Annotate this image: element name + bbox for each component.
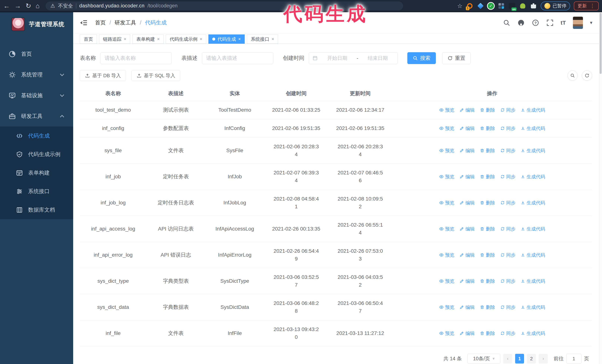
sync-link[interactable]: 同步 xyxy=(500,199,516,207)
sidebar-item-system-api[interactable]: 系统接口 xyxy=(0,182,73,201)
close-icon[interactable]: × xyxy=(200,36,202,42)
sidebar-item-devtools[interactable]: 研发工具 xyxy=(0,106,73,127)
tab-system-api[interactable]: 系统接口× xyxy=(247,34,278,44)
date-range-picker[interactable]: 开始日期 - 结束日期 xyxy=(309,52,398,64)
edit-link[interactable]: 编辑 xyxy=(460,147,475,154)
edit-link[interactable]: 编辑 xyxy=(460,225,475,233)
edit-link[interactable]: 编辑 xyxy=(460,173,475,180)
page-scrollbar[interactable] xyxy=(599,12,602,364)
update-button[interactable]: 更新 ⋮ xyxy=(574,1,599,10)
fullscreen-icon[interactable] xyxy=(546,19,554,26)
sidebar-item-home[interactable]: 首页 xyxy=(0,44,73,64)
preview-link[interactable]: 预览 xyxy=(439,106,454,114)
preview-link[interactable]: 预览 xyxy=(439,277,454,285)
sidebar-item-codegen-example[interactable]: 代码生成示例 xyxy=(0,145,73,164)
generate-code-link[interactable]: 生成代码 xyxy=(521,199,545,207)
sync-link[interactable]: 同步 xyxy=(500,303,516,311)
edit-link[interactable]: 编辑 xyxy=(460,106,475,114)
tab-tracing[interactable]: 链路追踪× xyxy=(99,34,130,44)
sidebar-fold-icon[interactable] xyxy=(80,19,88,27)
goto-page-input[interactable] xyxy=(566,354,581,364)
import-db-button[interactable]: 基于 DB 导入 xyxy=(80,70,126,81)
edit-link[interactable]: 编辑 xyxy=(460,125,475,132)
extension-orange-icon[interactable]: 1 xyxy=(466,2,473,10)
generate-code-link[interactable]: 生成代码 xyxy=(521,147,545,154)
edit-link[interactable]: 编辑 xyxy=(460,251,475,259)
avatar-caret-icon[interactable]: ▾ xyxy=(590,20,592,26)
sync-link[interactable]: 同步 xyxy=(500,277,516,285)
edit-link[interactable]: 编辑 xyxy=(460,277,475,285)
preview-link[interactable]: 预览 xyxy=(439,251,454,259)
delete-link[interactable]: 删除 xyxy=(480,147,495,154)
edit-link[interactable]: 编辑 xyxy=(460,303,475,311)
extension-android-icon[interactable] xyxy=(519,2,526,10)
generate-code-link[interactable]: 生成代码 xyxy=(521,225,545,233)
extension-grid-icon[interactable] xyxy=(498,2,505,10)
generate-code-link[interactable]: 生成代码 xyxy=(521,329,545,337)
sync-link[interactable]: 同步 xyxy=(500,147,516,154)
sync-link[interactable]: 同步 xyxy=(500,225,516,233)
preview-link[interactable]: 预览 xyxy=(439,173,454,180)
extension-check-icon[interactable]: ✓ xyxy=(488,3,494,9)
back-icon[interactable]: ← xyxy=(3,3,10,9)
extension-gem-icon[interactable] xyxy=(477,2,484,10)
table-desc-input[interactable] xyxy=(202,52,273,64)
edit-link[interactable]: 编辑 xyxy=(460,329,475,337)
github-icon[interactable] xyxy=(517,19,525,26)
forward-icon[interactable]: → xyxy=(14,3,21,9)
delete-link[interactable]: 删除 xyxy=(480,303,495,311)
delete-link[interactable]: 删除 xyxy=(480,173,495,180)
sync-link[interactable]: 同步 xyxy=(500,106,516,114)
preview-link[interactable]: 预览 xyxy=(439,147,454,154)
close-icon[interactable]: × xyxy=(271,36,274,42)
delete-link[interactable]: 删除 xyxy=(480,251,495,259)
home-icon[interactable]: ⌂ xyxy=(36,3,40,9)
help-icon[interactable]: ? xyxy=(532,19,539,26)
close-icon[interactable]: × xyxy=(157,36,160,42)
gif-paused-badge[interactable]: 已暂停 xyxy=(541,1,570,10)
breadcrumb-devtools[interactable]: 研发工具 xyxy=(115,19,136,26)
sync-link[interactable]: 同步 xyxy=(500,125,516,132)
avatar[interactable] xyxy=(573,17,583,29)
bookmark-star-icon[interactable]: ☆ xyxy=(457,2,462,10)
sidebar-item-form-builder[interactable]: 表单构建 xyxy=(0,164,73,182)
delete-link[interactable]: 删除 xyxy=(480,199,495,207)
preview-link[interactable]: 预览 xyxy=(439,329,454,337)
sync-link[interactable]: 同步 xyxy=(500,173,516,180)
sidebar-item-db-doc[interactable]: 数据库文档 xyxy=(0,201,73,219)
reset-button[interactable]: 重置 xyxy=(442,52,471,64)
breadcrumb-home[interactable]: 首页 xyxy=(95,19,106,26)
toggle-search-button[interactable] xyxy=(568,71,578,81)
tab-codegen-example[interactable]: 代码生成示例× xyxy=(166,34,206,44)
search-icon[interactable] xyxy=(503,19,510,26)
preview-link[interactable]: 预览 xyxy=(439,199,454,207)
preview-link[interactable]: 预览 xyxy=(439,225,454,233)
refresh-table-button[interactable] xyxy=(582,71,592,81)
tab-home[interactable]: 首页 xyxy=(80,34,97,44)
scrollbar-thumb[interactable] xyxy=(600,13,602,74)
kebab-menu-icon[interactable]: ⋮ xyxy=(590,3,595,9)
close-icon[interactable]: × xyxy=(238,36,241,42)
preview-link[interactable]: 预览 xyxy=(439,125,454,132)
extension-on-icon[interactable]: on xyxy=(508,2,516,10)
prev-page-button[interactable]: ‹ xyxy=(503,354,512,364)
next-page-button[interactable]: › xyxy=(539,354,548,364)
font-size-icon[interactable]: tT xyxy=(561,20,566,26)
search-button[interactable]: 搜索 xyxy=(407,52,436,64)
page-button-1[interactable]: 1 xyxy=(515,354,524,364)
sync-link[interactable]: 同步 xyxy=(500,329,516,337)
generate-code-link[interactable]: 生成代码 xyxy=(521,125,545,132)
delete-link[interactable]: 删除 xyxy=(480,106,495,114)
sidebar-item-infra[interactable]: 基础设施 xyxy=(0,85,73,106)
delete-link[interactable]: 删除 xyxy=(480,125,495,132)
delete-link[interactable]: 删除 xyxy=(480,225,495,233)
tab-codegen[interactable]: 代码生成× xyxy=(208,34,245,44)
delete-link[interactable]: 删除 xyxy=(480,277,495,285)
edit-link[interactable]: 编辑 xyxy=(460,199,475,207)
preview-link[interactable]: 预览 xyxy=(439,303,454,311)
generate-code-link[interactable]: 生成代码 xyxy=(521,106,545,114)
sync-link[interactable]: 同步 xyxy=(500,251,516,259)
generate-code-link[interactable]: 生成代码 xyxy=(521,303,545,311)
extension-puzzle-icon[interactable] xyxy=(530,2,537,10)
generate-code-link[interactable]: 生成代码 xyxy=(521,251,545,259)
